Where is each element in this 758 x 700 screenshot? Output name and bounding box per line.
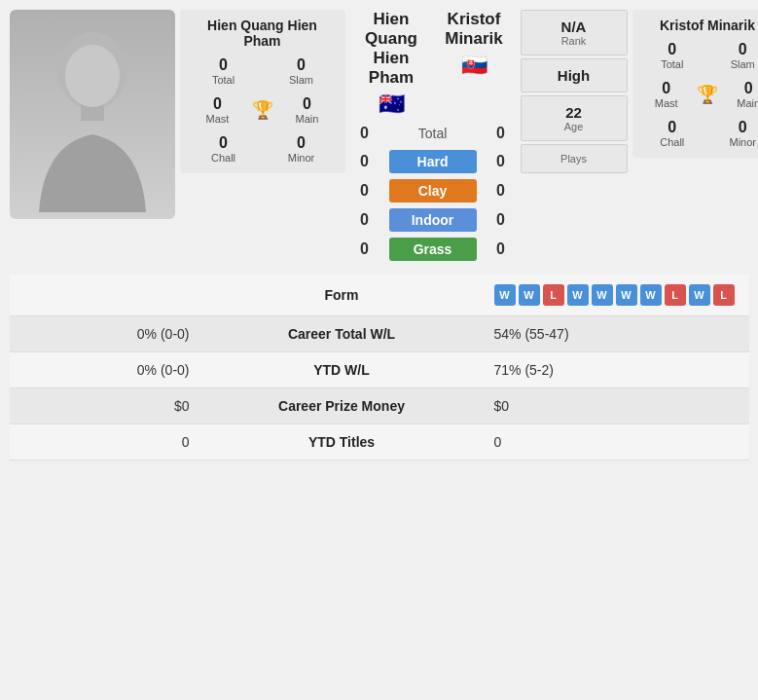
form-badges-cell: WWLWWWWLWL	[480, 275, 749, 316]
indoor-badge: Indoor	[389, 208, 477, 232]
player1-total-stat: 0 Total	[188, 55, 260, 88]
form-badge-3: W	[567, 284, 589, 306]
indoor-left-score: 0	[350, 211, 379, 229]
player2-header: Kristof Minarik 🇸🇰	[433, 10, 516, 117]
player2-flag: 🇸🇰	[433, 53, 516, 78]
player2-mast-stat: 0 Mast	[640, 78, 694, 111]
career-wl-row: 0% (0-0) Career Total W/L 54% (55-47)	[10, 316, 749, 352]
form-badge-5: W	[616, 284, 637, 306]
player1-stats-box: Hien Quang Hien Pham 0 Total 0 Slam 0 Ma…	[180, 10, 345, 173]
form-badges: WWLWWWWLWL	[494, 284, 735, 306]
ytd-titles-label: YTD Titles	[204, 424, 480, 461]
hard-right-score: 0	[487, 153, 516, 170]
indoor-right-score: 0	[487, 211, 516, 229]
prize-money-label: Career Prize Money	[204, 388, 480, 424]
career-wl-right: 54% (55-47)	[480, 316, 749, 352]
player2-main-stat: 0 Main	[722, 78, 758, 111]
players-comparison: Hien Quang Hien Pham 0 Total 0 Slam 0 Ma…	[10, 10, 749, 267]
player1-flag: 🇦🇺	[350, 92, 433, 117]
player2-rank-label: Rank	[531, 35, 617, 47]
player2-plays-label: Plays	[531, 153, 617, 165]
trophy-icon: 🏆	[252, 99, 273, 121]
player2-rank-value: N/A	[531, 18, 617, 35]
grass-badge: Grass	[389, 238, 477, 261]
player2-rank-box: N/A Rank	[521, 10, 628, 55]
ytd-wl-label: YTD W/L	[204, 352, 480, 388]
player2-plays-box: Plays	[521, 144, 628, 173]
form-badge-0: W	[494, 284, 516, 306]
total-left-score: 0	[350, 125, 379, 142]
ytd-wl-row: 0% (0-0) YTD W/L 71% (5-2)	[10, 352, 749, 388]
form-label: Form	[204, 275, 480, 316]
total-label: Total	[389, 126, 477, 141]
form-badge-7: L	[665, 284, 686, 306]
form-badge-1: W	[519, 284, 540, 306]
career-wl-left: 0% (0-0)	[10, 316, 204, 352]
clay-left-score: 0	[350, 182, 379, 200]
player1-slam-stat: 0 Slam	[266, 55, 338, 88]
total-right-score: 0	[487, 125, 516, 142]
form-left-cell	[10, 275, 204, 316]
player2-chall-stat: 0 Chall	[640, 117, 705, 150]
form-row: Form WWLWWWWLWL	[10, 275, 749, 316]
prize-money-left: $0	[10, 388, 204, 424]
form-badge-2: L	[543, 284, 564, 306]
ytd-wl-left: 0% (0-0)	[10, 352, 204, 388]
player1-photo	[10, 10, 175, 219]
player1-header: Hien Quang Hien Pham 🇦🇺	[350, 10, 433, 117]
form-badge-8: W	[689, 284, 710, 306]
grass-left-score: 0	[350, 240, 379, 258]
player2-minor-stat: 0 Minor	[710, 117, 758, 150]
grass-right-score: 0	[487, 240, 516, 258]
player2-total-stat: 0 Total	[640, 39, 705, 72]
form-badge-4: W	[592, 284, 613, 306]
clay-right-score: 0	[487, 182, 516, 200]
prize-money-right: $0	[480, 388, 749, 424]
ytd-titles-row: 0 YTD Titles 0	[10, 424, 749, 461]
indoor-score-row: 0 Indoor 0	[350, 208, 516, 232]
player-names-row: Hien Quang Hien Pham 🇦🇺 Kristof Minarik …	[350, 10, 516, 117]
hard-score-row: 0 Hard 0	[350, 150, 516, 173]
player2-info-boxes: N/A Rank High 22 Age Plays	[521, 10, 628, 173]
clay-score-row: 0 Clay 0	[350, 179, 516, 203]
player2-slam-stat: 0 Slam	[710, 39, 758, 72]
player2-stats-box: Kristof Minarik 0 Total 0 Slam 0 Mast 🏆	[632, 10, 759, 158]
ytd-titles-right: 0	[480, 424, 749, 461]
player1-chall-stat: 0 Chall	[188, 132, 260, 166]
career-wl-label: Career Total W/L	[204, 316, 480, 352]
stats-table: Form WWLWWWWLWL 0% (0-0) Career Total W/…	[10, 275, 749, 461]
player2-age-box: 22 Age	[521, 95, 628, 141]
player2-high-box: High	[521, 58, 628, 92]
center-section: Hien Quang Hien Pham 🇦🇺 Kristof Minarik …	[350, 10, 516, 267]
hard-left-score: 0	[350, 153, 379, 170]
prize-money-row: $0 Career Prize Money $0	[10, 388, 749, 424]
clay-badge: Clay	[389, 179, 477, 203]
player1-main-stat: 0 Main	[277, 93, 338, 127]
player2-name-header: Kristof Minarik	[433, 10, 516, 49]
player1-name-header: Hien Quang Hien Pham	[350, 10, 433, 88]
player2-high-value: High	[531, 67, 617, 84]
form-badge-9: L	[713, 284, 735, 306]
ytd-wl-right: 71% (5-2)	[480, 352, 749, 388]
main-container: Hien Quang Hien Pham 0 Total 0 Slam 0 Ma…	[10, 10, 749, 461]
total-score-row: 0 Total 0	[350, 125, 516, 142]
trophy-icon-right: 🏆	[697, 84, 718, 105]
player2-age-label: Age	[531, 121, 617, 132]
form-badge-6: W	[640, 284, 662, 306]
svg-point-2	[65, 45, 120, 107]
player1-mast-stat: 0 Mast	[188, 93, 248, 127]
grass-score-row: 0 Grass 0	[350, 238, 516, 261]
player2-name: Kristof Minarik	[640, 18, 759, 33]
player1-minor-stat: 0 Minor	[266, 132, 338, 166]
player2-age-value: 22	[531, 104, 617, 121]
ytd-titles-left: 0	[10, 424, 204, 461]
player1-name: Hien Quang Hien Pham	[188, 18, 338, 49]
hard-badge: Hard	[389, 150, 477, 173]
